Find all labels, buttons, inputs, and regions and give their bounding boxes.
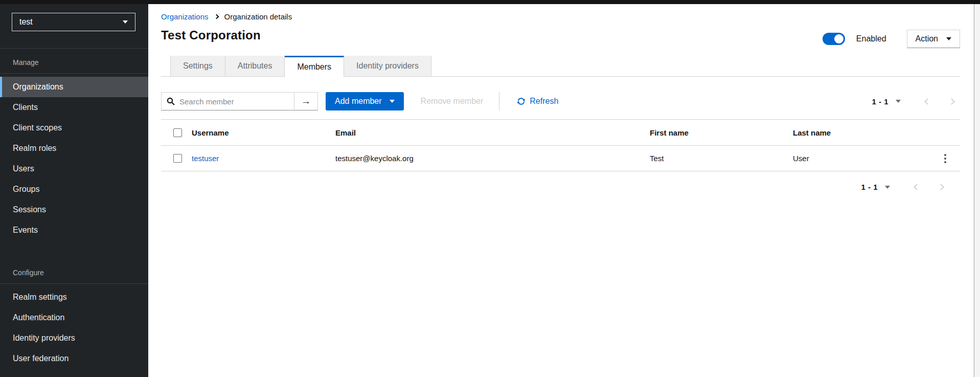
pagination-options-caret-icon[interactable] (896, 100, 901, 103)
enabled-toggle-label: Enabled (856, 34, 886, 43)
pagination-bottom: 1 - 1 (861, 183, 943, 191)
sidebar-item-realm-settings[interactable]: Realm settings (0, 287, 148, 307)
sidebar-item-organizations[interactable]: Organizations (0, 77, 148, 97)
sidebar-item-users[interactable]: Users (0, 159, 148, 179)
row-checkbox[interactable] (173, 154, 182, 163)
realm-selector-dropdown[interactable]: test (12, 13, 135, 31)
email-cell: testuser@keycloak.org (327, 154, 642, 163)
members-toolbar: → Add member Remove member (161, 92, 960, 110)
sidebar-item-sessions[interactable]: Sessions (0, 199, 148, 220)
column-header-username: Username (184, 128, 327, 137)
tab-attributes[interactable]: Attributes (225, 56, 285, 77)
header-actions: Enabled Action (823, 30, 960, 48)
chevron-down-icon (390, 100, 395, 103)
search-member-input[interactable] (179, 97, 289, 106)
table-header-row: Username Email First name Last name (161, 119, 960, 146)
next-page-icon[interactable] (938, 184, 944, 190)
search-box (161, 92, 294, 110)
next-page-icon[interactable] (948, 98, 955, 105)
chevron-down-icon (946, 37, 951, 40)
keycloak-admin-console: test Manage Organizations Clients Client… (0, 0, 980, 377)
nav-items-configure: Realm settings Authentication Identity p… (0, 284, 148, 369)
breadcrumb-link-organizations[interactable]: Organizations (161, 12, 209, 21)
pagination-range: 1 - 1 (861, 183, 878, 191)
sidebar-item-authentication[interactable]: Authentication (0, 307, 148, 328)
column-header-email: Email (327, 128, 642, 137)
nav-section-title-manage: Manage (0, 49, 148, 74)
username-link[interactable]: testuser (192, 154, 219, 163)
search-group: → (161, 92, 318, 110)
breadcrumb: Organizations Organization details (161, 4, 960, 21)
arrow-right-icon: → (301, 96, 311, 107)
search-submit-button[interactable]: → (294, 92, 318, 110)
toggle-knob (834, 34, 844, 43)
column-header-last-name: Last name (785, 128, 930, 137)
nav-section-title-configure: Configure (0, 259, 148, 284)
first-name-cell: Test (642, 154, 785, 163)
add-member-button[interactable]: Add member (326, 92, 404, 110)
realm-selector-value: test (19, 17, 33, 27)
tab-identity-providers[interactable]: Identity providers (344, 56, 431, 77)
org-detail-tabs: Settings Attributes Members Identity pro… (161, 56, 960, 77)
masthead-bar (0, 0, 980, 4)
previous-page-icon[interactable] (924, 98, 931, 105)
pagination-range: 1 - 1 (872, 97, 888, 106)
refresh-label: Refresh (530, 97, 558, 106)
sidebar-item-groups[interactable]: Groups (0, 179, 148, 199)
action-dropdown-label: Action (916, 34, 938, 43)
toolbar-divider (499, 92, 499, 110)
row-select-cell (161, 154, 184, 163)
row-actions-cell (930, 151, 960, 166)
sidebar-item-events[interactable]: Events (0, 220, 148, 240)
sidebar-item-identity-providers[interactable]: Identity providers (0, 328, 148, 348)
action-dropdown-button[interactable]: Action (907, 30, 960, 48)
members-table: Username Email First name Last name test… (161, 119, 960, 171)
username-cell: testuser (184, 154, 327, 163)
column-header-first-name: First name (642, 128, 785, 137)
breadcrumb-current: Organization details (224, 12, 292, 21)
realm-selector-block: test (0, 4, 148, 49)
pagination-top: 1 - 1 (872, 97, 954, 106)
refresh-icon (517, 97, 526, 105)
nav-items-manage: Organizations Clients Client scopes Real… (0, 74, 148, 240)
search-icon (167, 97, 175, 105)
tabs-lead-spacer (161, 56, 170, 77)
chevron-right-icon (214, 14, 219, 19)
sidebar-item-client-scopes[interactable]: Client scopes (0, 118, 148, 138)
refresh-button[interactable]: Refresh (517, 97, 558, 106)
tabs-tail-spacer (431, 56, 960, 77)
table-row: testuser testuser@keycloak.org Test User (161, 146, 960, 171)
previous-page-icon[interactable] (914, 184, 920, 190)
add-member-label: Add member (335, 97, 382, 106)
sidebar: test Manage Organizations Clients Client… (0, 4, 148, 377)
remove-member-button[interactable]: Remove member (421, 97, 484, 106)
tab-members[interactable]: Members (285, 56, 344, 77)
last-name-cell: User (785, 154, 930, 163)
pagination-options-caret-icon[interactable] (885, 186, 890, 189)
chevron-down-icon (123, 20, 128, 24)
sidebar-item-clients[interactable]: Clients (0, 97, 148, 118)
main-content: Organizations Organization details Test … (148, 4, 974, 377)
select-all-checkbox[interactable] (173, 128, 182, 137)
sidebar-item-user-federation[interactable]: User federation (0, 348, 148, 369)
sidebar-item-realm-roles[interactable]: Realm roles (0, 138, 148, 159)
scrollbar-track[interactable] (974, 4, 980, 377)
enabled-toggle[interactable] (823, 33, 845, 45)
select-all-cell (161, 128, 184, 137)
kebab-menu-icon[interactable] (941, 151, 949, 166)
bottom-pagination-row: 1 - 1 (161, 183, 960, 191)
tab-settings[interactable]: Settings (170, 56, 225, 77)
